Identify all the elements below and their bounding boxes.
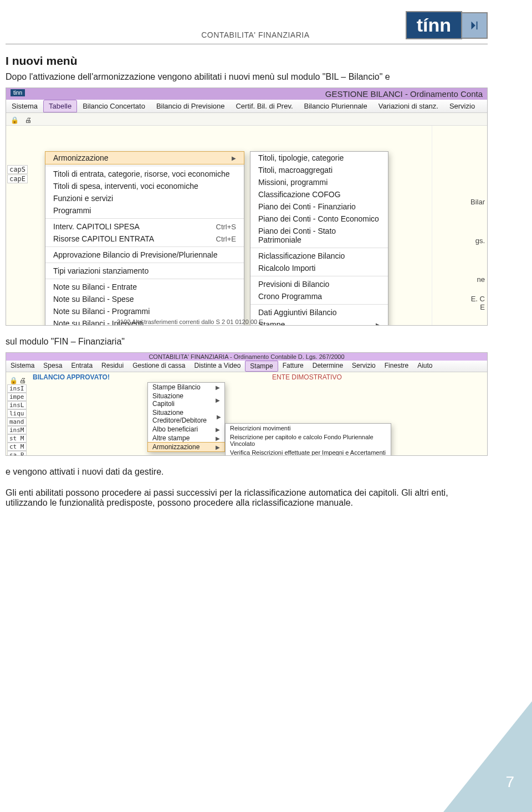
menu-item[interactable]: Piano dei Conti - Finanziario: [250, 201, 388, 213]
menu-item-fatture[interactable]: Fatture: [278, 361, 308, 372]
submenu-arrow-icon: ▶: [216, 426, 220, 433]
menu-item-gestione-di-cassa[interactable]: Gestione di cassa: [128, 361, 190, 372]
side-code: st M: [7, 434, 27, 443]
window-title-bar: tinn GESTIONE BILANCI - Ordinamento Cont…: [6, 88, 487, 100]
menu-item[interactable]: Funzioni e servizi: [45, 192, 244, 204]
armonizzazione-submenu2: Reiscrizioni movimentiReiscrizione per c…: [225, 423, 391, 456]
menubar2: SistemaSpesaEntrataResiduiGestione di ca…: [6, 361, 487, 372]
menu-item[interactable]: Titoli, macroaggregati: [250, 164, 388, 176]
menu-item-variazioni-di-stanz-[interactable]: Variazioni di stanz.: [373, 100, 444, 112]
menu-item[interactable]: Titoli di spesa, interventi, voci econom…: [45, 180, 244, 192]
menu-item[interactable]: Previsioni di Bilancio: [250, 278, 388, 290]
submenu-arrow-icon: ▶: [216, 397, 220, 403]
menu-item[interactable]: Titoli, tipologie, categorie: [250, 152, 388, 164]
menu-item-label: Verifica Reiscrizioni effettuate per Imp…: [230, 449, 386, 456]
side-code: impe: [7, 393, 27, 401]
logo: tínn: [406, 11, 488, 39]
menu-item-label: Previsioni di Bilancio: [258, 280, 329, 289]
menu-item-bilancio-concertato[interactable]: Bilancio Concertato: [77, 100, 151, 112]
menu-item[interactable]: Piano dei Conti - Conto Economico: [250, 213, 388, 225]
menu-item[interactable]: Armonizzazione▶: [45, 151, 244, 165]
menu-item[interactable]: Interv. CAPITOLI SPESACtrl+S: [45, 220, 244, 233]
right-label: E. C: [471, 295, 485, 303]
shortcut-label: Ctrl+E: [216, 235, 236, 243]
menu-item[interactable]: Note su Bilanci - Spese: [45, 293, 244, 305]
menu-item[interactable]: Tipi variazioni stanziamento: [45, 265, 244, 277]
menu-item-determine[interactable]: Determine: [308, 361, 347, 372]
submenu-arrow-icon: ▶: [217, 414, 221, 420]
menu-item[interactable]: Crono Programma: [250, 290, 388, 302]
armonizzazione-submenu: Titoli, tipologie, categorieTitoli, macr…: [250, 151, 388, 326]
menu-item-servizio[interactable]: Servizio: [347, 361, 380, 372]
menu-item[interactable]: Note su Bilanci - Programmi: [45, 305, 244, 317]
stampe-dropdown: Stampe Bilancio▶Situazione Capitoli▶Situ…: [147, 382, 225, 452]
menu-item[interactable]: Situazione Capitoli▶: [148, 392, 224, 408]
menu-item-label: Titoli di spesa, interventi, voci econom…: [53, 182, 198, 191]
menu-item[interactable]: Note su Bilanci - Entrate: [45, 281, 244, 293]
menu-item-label: Titoli di entrata, categorie, risorse, v…: [53, 169, 230, 178]
menu-item[interactable]: Albo beneficiari▶: [148, 425, 224, 434]
menu-item-sistema[interactable]: Sistema: [6, 361, 39, 372]
menu-item-certif-bil-di-prev-[interactable]: Certif. Bil. di Prev.: [230, 100, 298, 112]
menu-item[interactable]: Approvazione Bilancio di Previsione/Plur…: [45, 249, 244, 261]
menu-item-sistema[interactable]: Sistema: [6, 100, 43, 112]
menu-item-bilancio-pluriennale[interactable]: Bilancio Pluriennale: [299, 100, 373, 112]
menu-item-stampe[interactable]: Stampe: [245, 361, 278, 372]
menu-item[interactable]: Armonizzazione▶: [147, 442, 225, 452]
menu-item[interactable]: Stampe▶: [250, 318, 388, 326]
menu-item-label: Crono Programma: [258, 292, 322, 301]
menu-item[interactable]: Situazione Creditore/Debitore▶: [148, 408, 224, 425]
menu-item-label: Missioni, programmi: [258, 178, 328, 187]
lock-icon[interactable]: [9, 375, 17, 383]
menu-item[interactable]: Piano dei Conti - Stato Patrimoniale: [250, 225, 388, 246]
menu-item[interactable]: Altre stampe▶: [148, 434, 224, 443]
grid-footer-row: 2102 Altri trasferimenti correnti dallo …: [117, 318, 263, 325]
side-code: capE: [7, 174, 28, 183]
menu-item-entrata[interactable]: Entrata: [66, 361, 97, 372]
menu-item[interactable]: Dati Aggiuntivi Bilancio: [250, 306, 388, 318]
header-title: CONTABILITA' FINANZIARIA: [201, 30, 309, 39]
menu-item-servizio[interactable]: Servizio: [444, 100, 480, 112]
menu-item[interactable]: Classificazione COFOG: [250, 188, 388, 201]
final-para: Gli enti abilitati possono procedere ai …: [6, 488, 488, 508]
side-code: insL: [7, 401, 27, 409]
submenu-arrow-icon: ▶: [216, 384, 220, 390]
menu-item-distinte-a-video[interactable]: Distinte a Video: [190, 361, 245, 372]
page-header: CONTABILITA' FINANZIARIA tínn: [6, 0, 488, 44]
menu-item-label: Note su Bilanci - Spese: [53, 295, 134, 304]
print-icon[interactable]: [19, 375, 27, 383]
menu-item-label: Titoli, tipologie, categorie: [258, 153, 344, 162]
menu-item-tabelle[interactable]: Tabelle: [43, 100, 77, 112]
menu-item-label: Altre stampe: [152, 434, 190, 442]
menu-item[interactable]: Ricalcolo Importi: [250, 262, 388, 274]
menu-item[interactable]: Stampe Bilancio▶: [148, 383, 224, 392]
menu-item[interactable]: Verifica Reiscrizioni effettuate per Imp…: [226, 448, 391, 456]
menu-item-aiuto[interactable]: Aiuto: [413, 361, 437, 372]
menu-item-finestre[interactable]: Finestre: [380, 361, 413, 372]
menu-item-spesa[interactable]: Spesa: [39, 361, 66, 372]
menu-item-label: Piano dei Conti - Conto Economico: [258, 214, 379, 223]
menu-item[interactable]: Titoli di entrata, categorie, risorse, v…: [45, 168, 244, 180]
menu-item-label: Riclassificazione Bilancio: [258, 251, 345, 260]
submenu-arrow-icon: ▶: [216, 435, 220, 441]
menu-item[interactable]: Programmi: [45, 204, 244, 217]
menu-item-bilancio-di-previsione[interactable]: Bilancio di Previsione: [151, 100, 231, 112]
lock-icon[interactable]: [11, 115, 18, 123]
print-icon[interactable]: [25, 115, 33, 123]
logo-arrow-icon: [462, 12, 488, 39]
window-app-badge: tinn: [11, 89, 25, 96]
menu-item-label: Funzioni e servizi: [53, 194, 113, 203]
menu-item[interactable]: Reiscrizioni movimenti: [226, 424, 391, 433]
menu-item[interactable]: Missioni, programmi: [250, 176, 388, 188]
menu-item-residui[interactable]: Residui: [97, 361, 128, 372]
menu-item-label: Dati Aggiuntivi Bilancio: [258, 308, 337, 317]
side-shortcut-codes: capScapE: [7, 165, 28, 184]
menu-item-label: Situazione Capitoli: [152, 392, 206, 408]
side-code: ct M: [7, 443, 27, 451]
menu-item[interactable]: Risorse CAPITOLI ENTRATACtrl+E: [45, 233, 244, 245]
menu-item-label: Risorse CAPITOLI ENTRATA: [53, 234, 154, 243]
menu-item[interactable]: Riclassificazione Bilancio: [250, 250, 388, 262]
menu-item[interactable]: Reiscrizione per capitolo e calcolo Fond…: [226, 433, 391, 448]
submenu-arrow-icon: ▶: [216, 444, 220, 450]
menu-item-label: Piano dei Conti - Stato Patrimoniale: [258, 227, 380, 244]
